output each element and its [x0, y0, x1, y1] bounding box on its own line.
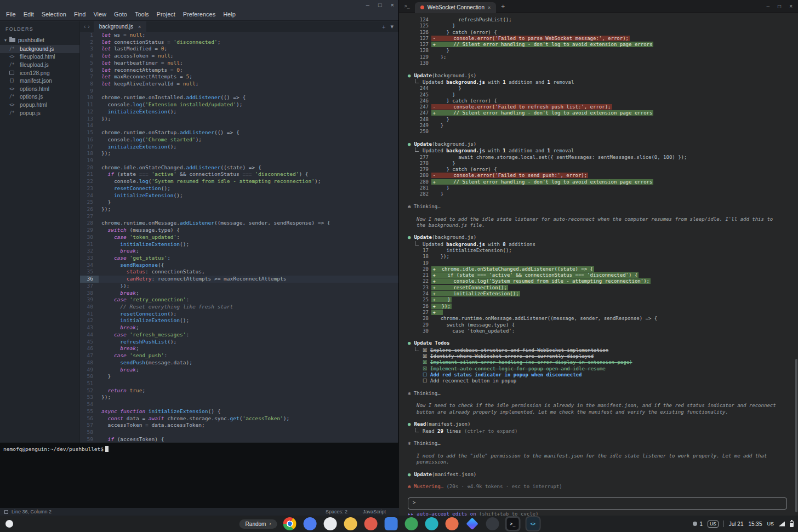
code-line[interactable]: 33 case 'get_status': — [80, 255, 398, 262]
code-line[interactable]: 48 sendPush(message.data); — [80, 359, 398, 367]
menu-item-goto[interactable]: Goto — [110, 9, 131, 19]
code-line[interactable]: 9 — [80, 88, 398, 95]
code-line[interactable]: 35 status: connectionStatus, — [80, 268, 398, 276]
code-line[interactable]: 16 console.log('Chrome started'); — [80, 136, 398, 144]
chrome-icon[interactable] — [282, 516, 297, 531]
app-icon-diamond[interactable] — [464, 516, 480, 531]
terminal-app-icon[interactable]: >_ — [505, 516, 520, 531]
file-item-background.js[interactable]: /*background.js — [0, 45, 79, 53]
code-line[interactable]: 45 refreshPushList(); — [80, 339, 398, 346]
code-editor[interactable]: 1let ws = null;2let connectionStatus = '… — [80, 32, 398, 443]
code-line[interactable]: 2let connectionStatus = 'disconnected'; — [80, 39, 398, 46]
code-line[interactable]: 54 — [80, 401, 398, 408]
tray-date[interactable]: Jul 21 — [729, 521, 744, 527]
tab-close-icon[interactable]: × — [138, 24, 141, 30]
minimize-button[interactable]: – — [366, 2, 369, 8]
tray-clock[interactable]: 15:35 — [748, 521, 762, 527]
app-icon-yellow[interactable] — [343, 516, 358, 531]
file-item-fileupload.js[interactable]: /*fileupload.js — [0, 61, 79, 69]
menu-item-project[interactable]: Project — [153, 9, 179, 19]
system-tray[interactable]: 1 US Jul 21 15:35 US — [693, 516, 794, 532]
app-icon-white[interactable] — [322, 516, 338, 531]
code-line[interactable]: 51 — [80, 380, 398, 387]
code-line[interactable]: 6let reconnectAttempts = 0; — [80, 67, 398, 74]
new-tab-icon[interactable]: + — [382, 24, 385, 30]
prompt-input[interactable]: > — [408, 497, 787, 510]
code-line[interactable]: 30 case 'token_updated': — [80, 234, 398, 241]
app-icon-red[interactable] — [363, 516, 378, 531]
code-line[interactable]: 25 } — [80, 199, 398, 206]
file-item-icon128.png[interactable]: icon128.png — [0, 69, 79, 77]
embedded-terminal[interactable]: nemofq@penguin:~/dev/pushbullet$ — [0, 443, 399, 508]
code-line[interactable]: 24 initializeExtension(); — [80, 192, 398, 199]
file-item-options.html[interactable]: <>options.html — [0, 85, 79, 93]
code-line[interactable]: 7let maxReconnectAttempts = 5; — [80, 73, 398, 81]
code-line[interactable]: 49 break; — [80, 367, 398, 374]
tab-menu-icon[interactable]: ▾ — [390, 23, 394, 30]
code-line[interactable]: 53}); — [80, 394, 398, 401]
app-icon-teal[interactable] — [424, 516, 439, 531]
menu-item-file[interactable]: File — [2, 9, 20, 19]
code-line[interactable]: 36 canRetry: reconnectAttempts >= maxRec… — [80, 276, 398, 283]
code-line[interactable]: 47 case 'send_push': — [80, 352, 398, 359]
launcher-button[interactable] — [5, 520, 13, 528]
code-line[interactable]: 40 // Reset everything like fresh start — [80, 304, 398, 311]
code-line[interactable]: 10chrome.runtime.onInstalled.addListener… — [80, 94, 398, 101]
code-line[interactable]: 19 — [80, 157, 398, 164]
code-line[interactable]: 41 resetConnection(); — [80, 311, 398, 318]
app-icon-dark[interactable] — [485, 516, 500, 531]
minimize-button[interactable]: – — [767, 3, 770, 9]
language-mode[interactable]: JavaScript — [363, 509, 386, 514]
input-method-badge[interactable]: US — [708, 520, 719, 528]
menu-item-help[interactable]: Help — [219, 9, 240, 19]
code-line[interactable]: 5let heartbeatTimer = null; — [80, 60, 398, 67]
code-line[interactable]: 42 initializeExtension(); — [80, 317, 398, 324]
app-icon-blue-square[interactable] — [383, 516, 398, 531]
code-line[interactable]: 28chrome.runtime.onMessage.addListener((… — [80, 220, 398, 227]
maximize-button[interactable]: □ — [378, 2, 382, 8]
code-line[interactable]: 39 case 'retry_connection': — [80, 296, 398, 304]
file-item-options.js[interactable]: /*options.js — [0, 93, 79, 101]
menu-item-selection[interactable]: Selection — [38, 9, 70, 19]
new-terminal-tab-icon[interactable]: + — [501, 3, 505, 10]
random-pill-button[interactable]: Random › — [240, 519, 277, 529]
code-line[interactable]: 59 if (accessToken) { — [80, 436, 398, 443]
code-line[interactable]: 1let ws = null; — [80, 32, 398, 39]
code-line[interactable]: 31 initializeExtension(); — [80, 241, 398, 248]
code-line[interactable]: 15chrome.runtime.onStartup.addListener((… — [80, 129, 398, 136]
file-item-manifest.json[interactable]: {}manifest.json — [0, 77, 79, 85]
code-line[interactable]: 29 switch (message.type) { — [80, 227, 398, 234]
menu-item-edit[interactable]: Edit — [20, 9, 38, 19]
code-line[interactable]: 37 }); — [80, 283, 398, 290]
code-line[interactable]: 32 break; — [80, 248, 398, 255]
nav-forward-icon[interactable]: › — [88, 24, 89, 30]
code-line[interactable]: 38 break; — [80, 290, 398, 297]
folder-pushbullet[interactable]: ▾ pushbullet — [0, 36, 79, 45]
menu-item-preferences[interactable]: Preferences — [179, 9, 219, 19]
code-line[interactable]: 3let lastModified = 0; — [80, 45, 398, 53]
menu-item-find[interactable]: Find — [70, 9, 89, 19]
cursor-position[interactable]: Line 36, Column 2 — [12, 509, 52, 514]
code-line[interactable]: 13}); — [80, 116, 398, 123]
code-line[interactable]: 12 initializeExtension(); — [80, 108, 398, 116]
file-item-popup.js[interactable]: /*popup.js — [0, 109, 79, 117]
terminal-tab-close-icon[interactable]: × — [488, 5, 491, 10]
code-line[interactable]: 8let keepAliveIntervalId = null; — [80, 81, 398, 88]
close-button[interactable]: × — [789, 3, 793, 9]
code-line[interactable]: 22 console.log('System resumed from idle… — [80, 178, 398, 185]
code-line[interactable]: 55async function initializeExtension() { — [80, 408, 398, 415]
notification-counter[interactable]: 1 — [693, 521, 703, 527]
code-line[interactable]: 14 — [80, 122, 398, 129]
menu-item-tools[interactable]: Tools — [131, 9, 153, 19]
nav-back-icon[interactable]: ‹ — [84, 24, 86, 30]
tab-background-js[interactable]: background.js × — [94, 21, 147, 32]
menu-item-view[interactable]: View — [89, 9, 110, 19]
scrollbar-thumb[interactable] — [795, 359, 797, 512]
code-line[interactable]: 50 } — [80, 373, 398, 380]
code-line[interactable]: 34 sendResponse({ — [80, 262, 398, 269]
code-line[interactable]: 56 const data = await chrome.storage.syn… — [80, 415, 398, 422]
code-line[interactable]: 20chrome.idle.onStateChanged.addListener… — [80, 164, 398, 171]
code-line[interactable]: 4let accessToken = null; — [80, 53, 398, 60]
code-line[interactable]: 21 if (state === 'active' && connectionS… — [80, 171, 398, 178]
code-line[interactable]: 11 console.log('Extension installed/upda… — [80, 101, 398, 108]
